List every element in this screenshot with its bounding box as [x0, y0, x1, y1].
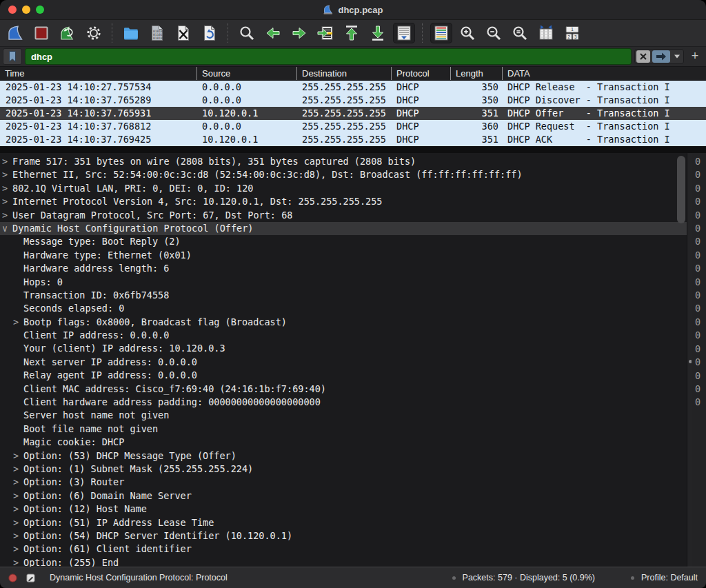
- cell-destination: 255.255.255.255: [296, 94, 391, 107]
- status-profile[interactable]: Profile: Default: [641, 573, 698, 582]
- detail-line[interactable]: >Option: (12) Host Name: [0, 503, 688, 516]
- detail-line[interactable]: >Option: (6) Domain Name Server: [0, 489, 688, 503]
- minimize-window-button[interactable]: [22, 6, 30, 14]
- expander-icon[interactable]: >: [13, 463, 23, 476]
- close-file-button[interactable]: [172, 23, 194, 43]
- zoom-in-button[interactable]: [456, 23, 478, 43]
- apply-arrow-icon: [655, 52, 667, 61]
- detail-line[interactable]: >Option: (53) DHCP Message Type (Offer): [0, 449, 688, 463]
- expander-icon[interactable]: >: [13, 543, 23, 556]
- detail-line[interactable]: Your (client) IP address: 10.120.0.3: [0, 342, 688, 355]
- pane-splitter[interactable]: [0, 146, 706, 153]
- detail-line[interactable]: Boot file name not given: [0, 423, 688, 436]
- expander-icon[interactable]: >: [13, 516, 23, 529]
- detail-line[interactable]: Hops: 0: [0, 276, 688, 289]
- detail-line[interactable]: >Bootp flags: 0x8000, Broadcast flag (Br…: [0, 316, 688, 329]
- detail-line[interactable]: >Option: (3) Router: [0, 476, 688, 489]
- find-packet-button[interactable]: [236, 23, 258, 43]
- packet-row[interactable]: 2025-01-23 14:10:37.768812 0.0.0.0 255.2…: [0, 120, 706, 133]
- previous-packet-button[interactable]: [262, 23, 284, 43]
- detail-line[interactable]: >Option: (1) Subnet Mask (255.255.255.22…: [0, 463, 688, 476]
- packet-bytes-pane[interactable]: 0 0 0 0 0 0 0 0 0 0 0 0 0 0 0 0 0 0 0: [692, 153, 706, 567]
- packet-row-selected[interactable]: 2025-01-23 14:10:37.765931 10.120.0.1 25…: [0, 107, 706, 120]
- detail-line[interactable]: >Option: (61) Client identifier: [0, 543, 688, 556]
- filter-add-button[interactable]: +: [687, 49, 703, 64]
- first-packet-button[interactable]: [341, 23, 363, 43]
- resize-columns-button[interactable]: [535, 23, 557, 43]
- expert-info-dot-icon[interactable]: [8, 574, 17, 582]
- detail-line[interactable]: >Internet Protocol Version 4, Src: 10.12…: [0, 195, 688, 208]
- stop-capture-button[interactable]: [30, 23, 52, 43]
- column-header-source[interactable]: Source: [196, 67, 296, 80]
- expander-icon[interactable]: >: [2, 182, 12, 195]
- expander-icon[interactable]: >: [13, 503, 23, 516]
- capture-options-button[interactable]: [83, 23, 105, 43]
- detail-line[interactable]: Magic cookie: DHCP: [0, 436, 688, 449]
- column-header-length[interactable]: Length: [450, 67, 502, 80]
- zoom-out-button[interactable]: [483, 23, 505, 43]
- go-to-packet-button[interactable]: [314, 23, 336, 43]
- detail-line[interactable]: Client IP address: 0.0.0.0: [0, 329, 688, 342]
- expander-icon[interactable]: >: [13, 316, 23, 329]
- expander-icon[interactable]: >: [2, 209, 12, 222]
- detail-line[interactable]: Transaction ID: 0x6fb74558: [0, 289, 688, 302]
- zoom-window-button[interactable]: [36, 6, 44, 14]
- filter-apply-button[interactable]: [652, 50, 670, 63]
- zoom-out-magnifier-icon: [485, 24, 503, 42]
- detail-line[interactable]: >User Datagram Protocol, Src Port: 67, D…: [0, 209, 688, 222]
- close-window-button[interactable]: [8, 6, 17, 14]
- column-header-protocol[interactable]: Protocol: [391, 67, 450, 80]
- open-file-button[interactable]: [120, 23, 142, 43]
- last-packet-button[interactable]: [367, 23, 389, 43]
- display-filter-input[interactable]: [25, 48, 632, 65]
- detail-line[interactable]: Hardware type: Ethernet (0x01): [0, 249, 688, 262]
- detail-scrollbar-thumb[interactable]: [677, 156, 685, 223]
- packet-row[interactable]: 2025-01-23 14:10:37.765289 0.0.0.0 255.2…: [0, 94, 706, 107]
- expander-icon[interactable]: >: [13, 476, 23, 489]
- detail-line[interactable]: Client hardware address padding: 0000000…: [0, 396, 688, 409]
- detail-line[interactable]: Seconds elapsed: 0: [0, 302, 688, 315]
- filter-dropdown-button[interactable]: [672, 50, 682, 63]
- detail-line[interactable]: Client MAC address: Cisco_f7:69:40 (24:1…: [0, 383, 688, 396]
- cell-destination: 255.255.255.255: [296, 107, 391, 120]
- detail-line[interactable]: Relay agent IP address: 0.0.0.0: [0, 369, 688, 382]
- packet-row[interactable]: 2025-01-23 14:10:37.769425 10.120.0.1 25…: [0, 133, 706, 146]
- start-capture-button[interactable]: [4, 23, 26, 43]
- expander-icon[interactable]: ∨: [2, 222, 12, 235]
- detail-line[interactable]: Server host name not given: [0, 409, 688, 422]
- packet-row[interactable]: 2025-01-23 14:10:27.757534 0.0.0.0 255.2…: [0, 81, 706, 94]
- expander-icon[interactable]: >: [2, 168, 12, 181]
- column-header-destination[interactable]: Destination: [296, 67, 391, 80]
- detail-line[interactable]: >Frame 517: 351 bytes on wire (2808 bits…: [0, 155, 688, 168]
- restart-capture-button[interactable]: [57, 23, 79, 43]
- expander-icon[interactable]: >: [13, 556, 23, 567]
- save-file-button[interactable]: 010100110101010: [146, 23, 168, 43]
- detail-line[interactable]: >Option: (255) End: [0, 556, 688, 567]
- auto-scroll-button[interactable]: [393, 23, 415, 43]
- next-packet-button[interactable]: [288, 23, 310, 43]
- expander-icon[interactable]: >: [13, 449, 23, 463]
- layout-button[interactable]: 123: [561, 23, 583, 43]
- detail-line[interactable]: >802.1Q Virtual LAN, PRI: 0, DEI: 0, ID:…: [0, 182, 688, 195]
- detail-line[interactable]: Hardware address length: 6: [0, 262, 688, 275]
- expander-icon[interactable]: >: [13, 529, 23, 543]
- expander-icon[interactable]: >: [2, 155, 12, 168]
- detail-line-selected[interactable]: ∨Dynamic Host Configuration Protocol (Of…: [0, 222, 688, 235]
- colorize-button[interactable]: [430, 23, 452, 43]
- zoom-reset-button[interactable]: [509, 23, 531, 43]
- capture-comment-icon[interactable]: [26, 573, 36, 583]
- filter-bookmark-button[interactable]: [3, 48, 22, 65]
- detail-text: Option: (6) Domain Name Server: [23, 490, 192, 501]
- column-header-data[interactable]: DATA: [502, 67, 706, 80]
- reload-file-button[interactable]: [199, 23, 221, 43]
- column-header-time[interactable]: Time: [0, 67, 196, 80]
- detail-line[interactable]: Message type: Boot Reply (2): [0, 235, 688, 248]
- detail-line[interactable]: >Option: (54) DHCP Server Identifier (10…: [0, 529, 688, 543]
- detail-line[interactable]: >Option: (51) IP Address Lease Time: [0, 516, 688, 529]
- expander-icon[interactable]: >: [2, 195, 12, 208]
- expander-icon[interactable]: >: [13, 489, 23, 503]
- detail-line[interactable]: >Ethernet II, Src: 52:54:00:0c:3c:d8 (52…: [0, 168, 688, 181]
- filter-clear-button[interactable]: [636, 50, 650, 63]
- detail-line[interactable]: Next server IP address: 0.0.0.0: [0, 356, 688, 369]
- packet-list: Time Source Destination Protocol Length …: [0, 67, 706, 146]
